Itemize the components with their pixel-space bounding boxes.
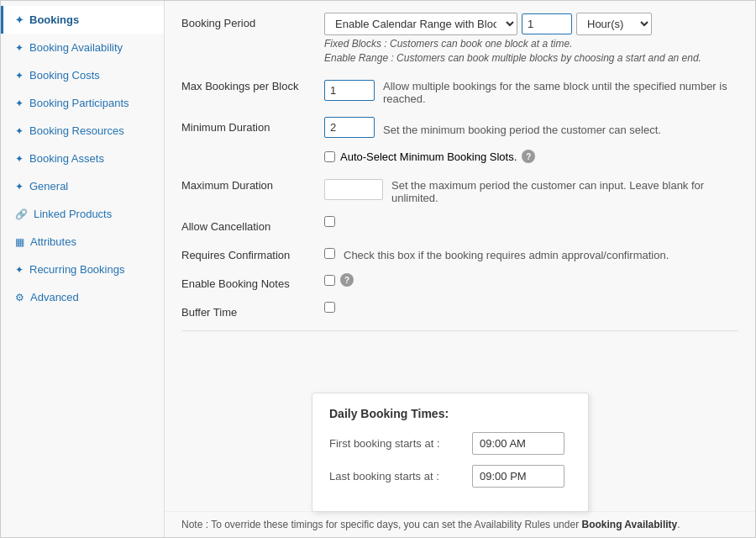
max-duration-row: Maximum Duration Set the maximum period … [181,175,738,204]
requires-confirmation-control: Check this box if the booking requires a… [324,245,738,261]
min-duration-label: Minimum Duration [181,117,324,134]
max-duration-hint: Set the maximum period the customer can … [391,175,738,204]
booking-period-control: Enable Calendar Range with Blocks of Fix… [324,13,738,64]
section-divider [181,330,738,331]
linked-products-icon: 🔗 [15,208,28,220]
sidebar-item-general[interactable]: ✦ General [1,172,164,200]
min-duration-input[interactable] [324,117,375,138]
booking-period-row: Booking Period Enable Calendar Range wit… [181,13,738,64]
attributes-icon: ▦ [15,236,24,248]
first-booking-input[interactable] [472,432,564,455]
note-text: Note : To override these timings for spe… [181,519,581,530]
max-duration-control: Set the maximum period the customer can … [324,175,738,204]
sidebar-label-resources: Booking Resources [29,124,124,137]
min-duration-hint: Set the minimum booking period the custo… [383,119,661,136]
sidebar-label-bookings: Bookings [29,13,79,26]
recurring-icon: ✦ [15,264,24,276]
hint-fixed: Fixed Blocks : Customers can book one bl… [324,38,738,50]
sidebar-item-attributes[interactable]: ▦ Attributes [1,228,164,256]
sidebar-label-availability: Booking Availability [29,41,123,54]
booking-period-label: Booking Period [181,13,324,29]
min-duration-row: Minimum Duration Set the minimum booking… [181,117,738,138]
last-booking-row: Last booking starts at : [329,465,571,488]
requires-confirmation-label: Requires Confirmation [181,245,324,261]
booking-notes-control: ? [324,273,738,287]
note-link: Booking Availability [581,519,677,530]
sidebar-label-linked-products: Linked Products [34,208,112,220]
booking-notes-checkbox[interactable] [324,275,335,286]
auto-select-checkbox[interactable] [324,151,335,162]
booking-period-inputs: Enable Calendar Range with Blocks of Fix… [324,13,738,35]
bookings-icon: ✦ [15,14,24,26]
sidebar-item-booking-availability[interactable]: ✦ Booking Availability [1,34,164,61]
sidebar-item-bookings[interactable]: ✦ Bookings [1,6,164,34]
costs-icon: ✦ [15,70,24,82]
sidebar-label-participants: Booking Participants [29,97,129,109]
hint-range: Enable Range : Customers can book multip… [324,52,738,64]
allow-cancellation-control [324,216,738,227]
allow-cancellation-row: Allow Cancellation [181,216,738,233]
max-bookings-label: Max Bookings per Block [181,76,324,92]
sidebar-item-advanced[interactable]: ⚙ Advanced [1,283,164,311]
sidebar-label-costs: Booking Costs [29,69,100,82]
allow-cancellation-checkbox[interactable] [324,216,335,227]
booking-notes-help-icon[interactable]: ? [340,273,354,287]
max-bookings-row: Max Bookings per Block Allow multiple bo… [181,76,738,105]
requires-confirmation-row: Requires Confirmation Check this box if … [181,245,738,261]
max-bookings-input[interactable] [324,80,375,101]
period-type-select[interactable]: Enable Calendar Range with Blocks of Fix… [324,13,517,35]
sidebar: ✦ Bookings ✦ Booking Availability ✦ Book… [1,1,165,537]
participants-icon: ✦ [15,98,24,109]
auto-select-help-icon[interactable]: ? [522,150,535,163]
buffer-time-row: Buffer Time [181,302,738,319]
last-booking-input[interactable] [472,465,564,488]
sidebar-item-linked-products[interactable]: 🔗 Linked Products [1,200,164,228]
booking-notes-row: Enable Booking Notes ? [181,273,738,290]
sidebar-item-booking-resources[interactable]: ✦ Booking Resources [1,117,164,145]
availability-icon: ✦ [15,42,24,54]
resources-icon: ✦ [15,125,24,137]
auto-select-row: Auto-Select Minimum Booking Slots. ? [181,150,738,163]
bottom-note: Note : To override these timings for spe… [165,511,755,537]
first-booking-row: First booking starts at : [329,432,571,455]
general-icon: ✦ [15,181,24,193]
max-duration-input[interactable] [324,179,383,200]
sidebar-item-recurring-bookings[interactable]: ✦ Recurring Bookings [1,256,164,283]
sidebar-label-attributes: Attributes [30,235,76,248]
popup-title: Daily Booking Times: [329,407,571,420]
booking-notes-label: Enable Booking Notes [181,273,324,290]
allow-cancellation-label: Allow Cancellation [181,216,324,233]
min-duration-control: Set the minimum booking period the custo… [324,117,738,138]
sidebar-item-booking-participants[interactable]: ✦ Booking Participants [1,89,164,117]
sidebar-item-booking-assets[interactable]: ✦ Booking Assets [1,145,164,172]
block-value-input[interactable] [522,13,572,34]
buffer-time-checkbox[interactable] [324,302,335,313]
last-booking-label: Last booking starts at : [329,470,464,483]
sidebar-label-general: General [29,180,68,193]
sidebar-label-recurring: Recurring Bookings [29,263,124,276]
note-suffix: . [677,519,680,530]
sidebar-label-advanced: Advanced [30,291,79,303]
max-bookings-hint: Allow multiple bookings for the same blo… [383,76,738,105]
sidebar-item-booking-costs[interactable]: ✦ Booking Costs [1,61,164,89]
auto-select-control: Auto-Select Minimum Booking Slots. ? [324,150,738,163]
buffer-time-label: Buffer Time [181,302,324,319]
auto-select-spacer [181,150,324,154]
auto-select-label: Auto-Select Minimum Booking Slots. [340,150,517,163]
sidebar-label-assets: Booking Assets [29,152,104,165]
max-duration-label: Maximum Duration [181,175,324,192]
daily-booking-times-card: Daily Booking Times: First booking start… [312,393,589,512]
first-booking-label: First booking starts at : [329,437,464,450]
main-content: Booking Period Enable Calendar Range wit… [165,1,755,537]
max-bookings-control: Allow multiple bookings for the same blo… [324,76,738,105]
assets-icon: ✦ [15,153,24,165]
unit-select[interactable]: Minute(s) Hour(s) Day(s) [576,13,652,35]
requires-confirmation-hint: Check this box if the booking requires a… [344,245,669,261]
buffer-time-control [324,302,738,313]
advanced-icon: ⚙ [15,292,24,303]
requires-confirmation-checkbox[interactable] [324,248,335,259]
